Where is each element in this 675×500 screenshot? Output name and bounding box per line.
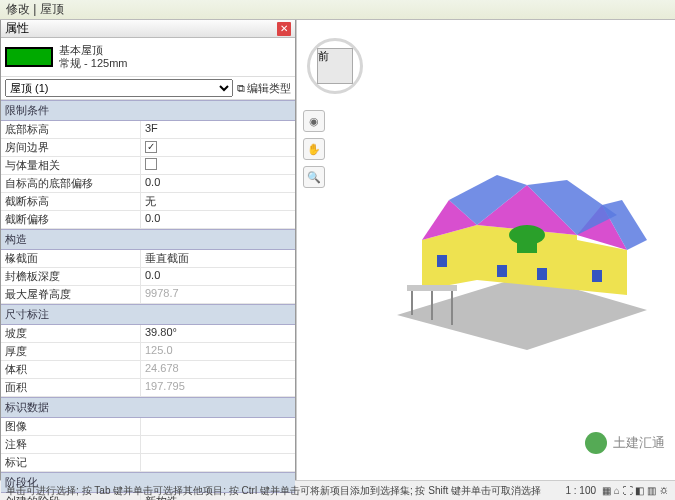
prop-key: 厚度 [1,343,141,360]
tab-title: 修改 | 屋顶 [6,1,64,18]
status-bar: 单击可进行选择; 按 Tab 键并单击可选择其他项目; 按 Ctrl 键并单击可… [0,480,675,500]
svg-rect-14 [537,268,547,280]
prop-value-checkbox[interactable] [141,157,295,174]
close-icon[interactable]: ✕ [277,22,291,36]
prop-value[interactable]: 0.0 [141,175,295,192]
prop-value[interactable]: 0.0 [141,268,295,285]
model-3d-house [377,140,667,360]
watermark: 土建汇通 [585,432,665,454]
edit-type-button[interactable]: ⧉ 编辑类型 [237,81,291,96]
prop-key: 注释 [1,436,141,453]
edit-type-icon: ⧉ [237,82,245,95]
prop-value: 9978.7 [141,286,295,303]
viewport-3d[interactable]: 前 ◉ ✋ 🔍 [296,20,675,480]
prop-value: 197.795 [141,379,295,396]
prop-key: 最大屋脊高度 [1,286,141,303]
prop-key: 截断标高 [1,193,141,210]
type-name: 基本屋顶 [59,44,127,57]
nav-pan-icon[interactable]: ✋ [303,138,325,160]
type-swatch[interactable] [5,47,53,67]
svg-rect-12 [437,255,447,267]
watermark-icon [585,432,607,454]
prop-value[interactable]: 0.0 [141,211,295,228]
panel-title: 属性 [5,20,29,37]
prop-key: 椽截面 [1,250,141,267]
section-identity[interactable]: 标识数据 [1,397,295,418]
properties-panel: 属性 ✕ 基本屋顶 常规 - 125mm 屋顶 (1) ⧉ 编辑类型 限制条件 … [0,20,296,480]
prop-value-checkbox[interactable]: ✓ [141,139,295,156]
prop-value[interactable]: 3F [141,121,295,138]
status-hint: 单击可进行选择; 按 Tab 键并单击可选择其他项目; 按 Ctrl 键并单击可… [6,484,559,498]
prop-value: 125.0 [141,343,295,360]
type-sub: 常规 - 125mm [59,57,127,70]
prop-key: 封檐板深度 [1,268,141,285]
prop-value[interactable]: 无 [141,193,295,210]
svg-rect-16 [407,285,457,291]
section-dimensions[interactable]: 尺寸标注 [1,304,295,325]
prop-key: 坡度 [1,325,141,342]
instance-selector[interactable]: 屋顶 (1) [5,79,233,97]
prop-key: 与体量相关 [1,157,141,174]
watermark-text: 土建汇通 [613,434,665,452]
status-icons[interactable]: ▦ ⌂ ⛶ ◧ ▥ ⛭ [602,485,669,496]
prop-key: 截断偏移 [1,211,141,228]
prop-key: 面积 [1,379,141,396]
prop-value[interactable] [141,436,295,453]
prop-key: 房间边界 [1,139,141,156]
svg-rect-11 [517,235,537,253]
viewcube-face[interactable]: 前 [317,48,353,84]
prop-key: 体积 [1,361,141,378]
prop-value[interactable] [141,418,295,435]
section-construction[interactable]: 构造 [1,229,295,250]
status-scale[interactable]: 1 : 100 [565,485,596,496]
prop-value[interactable] [141,454,295,471]
edit-type-label: 编辑类型 [247,81,291,96]
prop-key: 自标高的底部偏移 [1,175,141,192]
viewcube[interactable]: 前 [307,38,363,94]
prop-value: 24.678 [141,361,295,378]
section-constraints[interactable]: 限制条件 [1,100,295,121]
nav-zoom-icon[interactable]: 🔍 [303,166,325,188]
nav-wheel-icon[interactable]: ◉ [303,110,325,132]
prop-value[interactable]: 垂直截面 [141,250,295,267]
prop-value[interactable]: 39.80° [141,325,295,342]
svg-rect-15 [592,270,602,282]
prop-key: 底部标高 [1,121,141,138]
svg-marker-3 [577,240,627,295]
prop-key: 图像 [1,418,141,435]
prop-key: 标记 [1,454,141,471]
svg-rect-13 [497,265,507,277]
